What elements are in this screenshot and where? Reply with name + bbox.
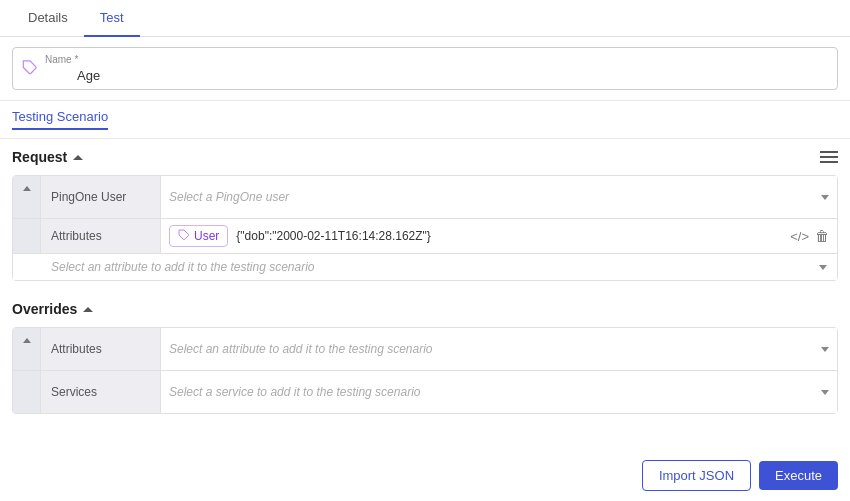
overrides-title: Overrides [12,301,93,317]
bottom-bar: Import JSON Execute [0,450,850,501]
attributes-value: User {"dob":"2000-02-11T16:14:28.162Z"} … [161,219,837,253]
pingone-user-label: PingOne User [41,176,161,218]
add-attribute-dropdown[interactable]: Select an attribute to add it to the tes… [41,254,837,280]
attributes-label: Attributes [41,219,161,253]
name-input[interactable]: Name * Age [12,47,838,90]
execute-button[interactable]: Execute [759,461,838,490]
pingone-user-row: PingOne User Select a PingOne user [13,176,837,219]
testing-scenario-link[interactable]: Testing Scenario [12,109,108,130]
request-section-header: Request [0,139,850,175]
overrides-attributes-arrow [821,347,829,352]
json-value: {"dob":"2000-02-11T16:14:28.162Z"} [236,229,782,243]
code-icon[interactable]: </> [790,229,809,244]
overrides-collapse-icon[interactable] [83,307,93,312]
request-section: Request PingOne User Select a PingOne us… [0,139,850,291]
overrides-services-label: Services [41,371,161,413]
overrides-attributes-placeholder: Select an attribute to add it to the tes… [169,342,433,356]
request-title: Request [12,149,83,165]
add-attribute-placeholder: Select an attribute to add it to the tes… [51,260,315,274]
pingone-user-dropdown[interactable]: Select a PingOne user [169,182,829,212]
user-tag[interactable]: User [169,225,228,247]
user-tag-icon [178,229,190,243]
overrides-section-header: Overrides [0,291,850,327]
tab-details[interactable]: Details [12,0,84,37]
user-tag-label: User [194,229,219,243]
tab-bar: Details Test [0,0,850,37]
name-field-container: Name * Age [12,47,838,90]
pingone-user-placeholder: Select a PingOne user [169,190,289,204]
delete-icon[interactable]: 🗑 [815,228,829,244]
overrides-attributes-row: Attributes Select an attribute to add it… [13,328,837,371]
collapse-col-attr [13,219,41,253]
overrides-block: Attributes Select an attribute to add it… [12,327,838,414]
collapse-col-request[interactable] [13,176,41,218]
overrides-services-value: Select a service to add it to the testin… [161,371,837,413]
add-attribute-arrow [819,265,827,270]
name-label: Name * [45,54,78,65]
import-json-button[interactable]: Import JSON [642,460,751,491]
collapse-arrow-request [23,186,31,191]
attributes-row: Attributes User {"dob":"2000-02-11T16:14… [13,219,837,254]
menu-icon[interactable] [820,151,838,163]
pingone-user-dropdown-arrow [821,195,829,200]
request-collapse-icon[interactable] [73,155,83,160]
add-attribute-row: Select an attribute to add it to the tes… [13,254,837,280]
overrides-title-text: Overrides [12,301,77,317]
overrides-attributes-dropdown[interactable]: Select an attribute to add it to the tes… [169,334,829,364]
tab-test[interactable]: Test [84,0,140,37]
overrides-services-row: Services Select a service to add it to t… [13,371,837,413]
overrides-attributes-value: Select an attribute to add it to the tes… [161,328,837,370]
overrides-attributes-label: Attributes [41,328,161,370]
overrides-services-arrow [821,390,829,395]
request-block: PingOne User Select a PingOne user Attri… [12,175,838,281]
request-title-text: Request [12,149,67,165]
overrides-services-placeholder: Select a service to add it to the testin… [169,385,420,399]
overrides-section: Overrides Attributes Select an attribute… [0,291,850,424]
attributes-inner: User {"dob":"2000-02-11T16:14:28.162Z"} … [169,225,829,247]
collapse-arrow-overrides [23,338,31,343]
testing-scenario-bar: Testing Scenario [0,101,850,139]
overrides-services-dropdown[interactable]: Select a service to add it to the testin… [169,377,829,407]
collapse-col-overrides[interactable] [13,328,41,370]
collapse-col-services [13,371,41,413]
pingone-user-value: Select a PingOne user [161,176,837,218]
attr-actions: </> 🗑 [790,228,829,244]
name-field-wrapper: Name * Age [0,37,850,101]
